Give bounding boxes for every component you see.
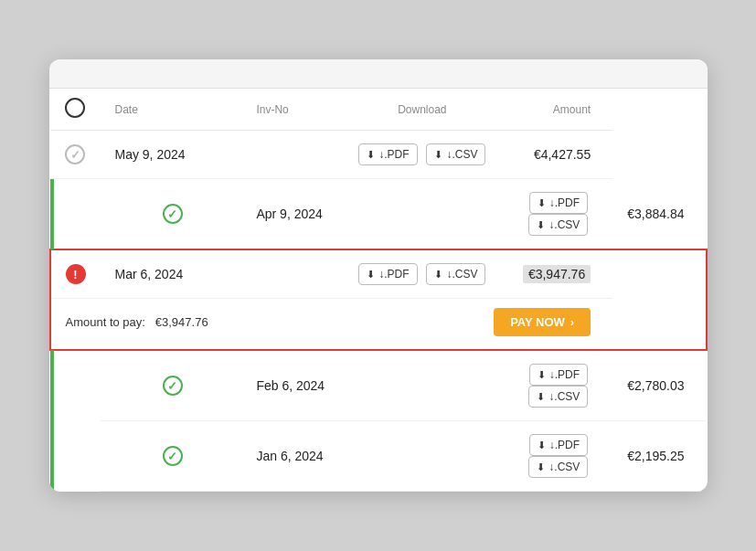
inv-cell-1	[241, 131, 340, 179]
csv-button-2[interactable]: ⬇ ↓.CSV	[528, 214, 588, 236]
status-icon-error-3	[66, 264, 86, 284]
status-cell-1	[50, 131, 101, 179]
amount-cell-3: €3,947.76	[504, 249, 612, 299]
pdf-button-4[interactable]: ⬇ ↓.PDF	[529, 364, 588, 386]
pdf-button-1[interactable]: ⬇ ↓.PDF	[358, 143, 417, 165]
amount-to-pay-label: Amount to pay:	[66, 315, 145, 329]
amount-cell-2: €3,884.84	[612, 179, 706, 250]
download-cell-4: ⬇ ↓.PDF ⬇ ↓.CSV	[504, 350, 612, 421]
pdf-label-1: ↓.PDF	[378, 148, 409, 161]
amount-highlighted-3: €3,947.76	[523, 265, 591, 283]
csv-label-5: ↓.CSV	[548, 461, 580, 473]
empty-inv-pay	[241, 299, 340, 351]
amount-to-pay-row: Amount to pay: €3,947.76 PAY NOW ›	[50, 299, 707, 351]
download-icon-csv-3: ⬇	[434, 269, 442, 281]
chevron-right-icon: ›	[570, 315, 574, 329]
status-cell-2	[101, 179, 242, 250]
download-icon-pdf-1: ⬇	[367, 149, 375, 161]
inv-cell-2	[340, 179, 504, 250]
download-icon-pdf-2: ⬇	[538, 197, 546, 209]
amount-to-pay-value: €3,947.76	[155, 315, 208, 329]
amount-cell-1: €4,427.55	[504, 131, 612, 179]
status-icon-green-4	[163, 376, 183, 396]
amount-cell-4: €2,780.03	[612, 350, 706, 421]
download-cell-2: ⬇ ↓.PDF ⬇ ↓.CSV	[504, 179, 612, 250]
status-cell-4	[101, 350, 242, 421]
download-icon-pdf-3: ⬇	[367, 269, 375, 281]
download-cell-1: ⬇ ↓.PDF ⬇ ↓.CSV	[340, 131, 504, 179]
csv-label-2: ↓.CSV	[548, 218, 580, 231]
pdf-label-5: ↓.PDF	[549, 439, 580, 451]
date-cell-2: Apr 9, 2024	[241, 179, 340, 250]
csv-button-4[interactable]: ⬇ ↓.CSV	[528, 386, 588, 408]
download-icon-csv-1: ⬇	[434, 149, 442, 161]
status-cell-3	[50, 249, 101, 299]
pdf-button-2[interactable]: ⬇ ↓.PDF	[529, 192, 588, 214]
inv-cell-3	[241, 249, 340, 299]
status-cell-5	[101, 421, 242, 492]
status-icon-grey	[65, 144, 85, 164]
invoice-row-1: May 9, 2024 ⬇ ↓.PDF ⬇ ↓.CSV €4,427.55	[50, 131, 707, 179]
csv-label-4: ↓.CSV	[548, 390, 580, 403]
invoice-row-3: Mar 6, 2024 ⬇ ↓.PDF ⬇ ↓.CSV €3,947.7	[50, 249, 707, 299]
invoice-row-2: Apr 9, 2024 ⬇ ↓.PDF ⬇ ↓.CSV €3,884.84	[50, 179, 707, 250]
download-icon-csv-5: ⬇	[537, 461, 545, 473]
pdf-label-4: ↓.PDF	[549, 368, 580, 381]
header-circle-icon	[65, 98, 85, 118]
pay-now-cell: PAY NOW ›	[340, 299, 612, 351]
download-icon-pdf-4: ⬇	[538, 369, 546, 381]
col-header-download: Download	[340, 89, 504, 131]
col-header-amount: Amount	[504, 89, 612, 131]
date-cell-1: May 9, 2024	[101, 131, 242, 179]
inv-cell-4	[340, 350, 504, 421]
status-icon-green-2	[163, 204, 183, 224]
col-header-date: Date	[101, 89, 242, 131]
download-cell-3: ⬇ ↓.PDF ⬇ ↓.CSV	[340, 249, 504, 299]
amount-to-pay-label-cell: Amount to pay: €3,947.76	[50, 299, 242, 351]
inv-cell-5	[340, 421, 504, 492]
invoice-row-5: Jan 6, 2024 ⬇ ↓.PDF ⬇ ↓.CSV €2,195.25	[50, 421, 707, 492]
download-cell-5: ⬇ ↓.PDF ⬇ ↓.CSV	[504, 421, 612, 492]
csv-button-5[interactable]: ⬇ ↓.CSV	[528, 456, 588, 478]
amount-cell-5: €2,195.25	[612, 421, 706, 492]
invoice-row-4: Feb 6, 2024 ⬇ ↓.PDF ⬇ ↓.CSV €2,780.03	[50, 350, 707, 421]
pay-now-button[interactable]: PAY NOW ›	[494, 308, 591, 336]
date-cell-3: Mar 6, 2024	[101, 249, 242, 299]
table-wrapper: Date Inv-No Download Amount May 9, 2024	[49, 89, 708, 492]
top-bar	[49, 59, 708, 89]
download-icon-csv-4: ⬇	[537, 391, 545, 403]
csv-label-3: ↓.CSV	[446, 268, 477, 281]
pdf-label-3: ↓.PDF	[378, 268, 409, 281]
csv-button-1[interactable]: ⬇ ↓.CSV	[426, 143, 485, 165]
pdf-button-5[interactable]: ⬇ ↓.PDF	[529, 434, 588, 456]
csv-label-1: ↓.CSV	[446, 148, 477, 161]
download-icon-csv-2: ⬇	[537, 219, 545, 231]
csv-button-3[interactable]: ⬇ ↓.CSV	[426, 263, 485, 285]
date-cell-5: Jan 6, 2024	[241, 421, 340, 492]
date-cell-4: Feb 6, 2024	[241, 350, 340, 421]
col-header-check	[50, 89, 101, 131]
pay-now-label: PAY NOW	[510, 315, 565, 329]
main-card: Date Inv-No Download Amount May 9, 2024	[49, 59, 708, 492]
pdf-button-3[interactable]: ⬇ ↓.PDF	[358, 263, 417, 285]
invoices-table: Date Inv-No Download Amount May 9, 2024	[49, 89, 708, 492]
pdf-label-2: ↓.PDF	[549, 196, 580, 209]
status-icon-green-5	[163, 446, 183, 466]
col-header-inv: Inv-No	[241, 89, 340, 131]
download-icon-pdf-5: ⬇	[538, 440, 546, 451]
